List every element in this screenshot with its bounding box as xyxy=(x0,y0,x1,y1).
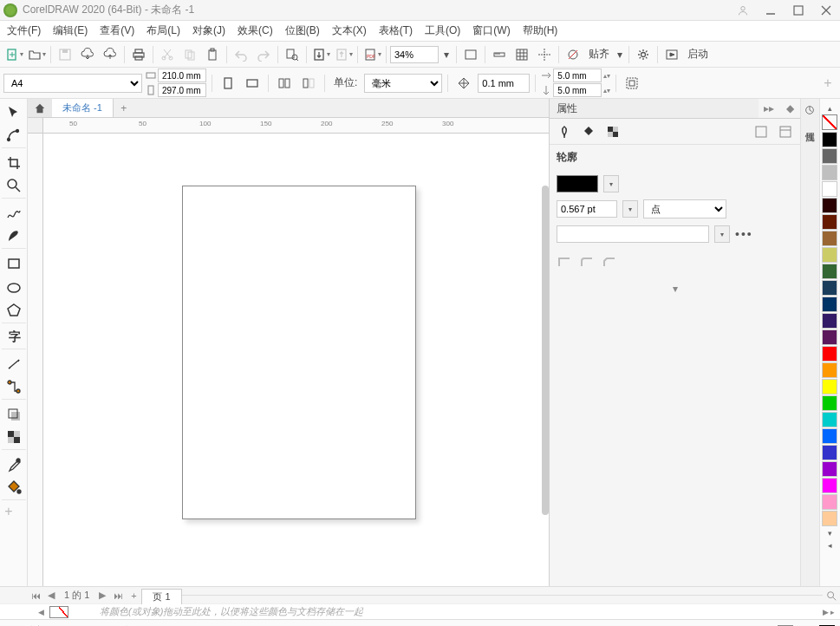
search-content-button[interactable] xyxy=(282,44,303,65)
vtab-icon[interactable] xyxy=(802,102,817,118)
menu-window[interactable]: 窗口(W) xyxy=(472,23,510,38)
home-tab[interactable] xyxy=(28,99,52,117)
save-button[interactable] xyxy=(55,44,75,65)
show-rulers-button[interactable] xyxy=(489,44,510,65)
paste-button[interactable] xyxy=(202,44,223,65)
import-button[interactable] xyxy=(310,44,331,65)
new-button[interactable] xyxy=(3,44,24,65)
palette-swatch[interactable] xyxy=(822,165,837,180)
menu-file[interactable]: 文件(F) xyxy=(7,23,41,38)
ruler-corner[interactable] xyxy=(28,118,43,134)
menu-tools[interactable]: 工具(O) xyxy=(425,23,460,38)
shape-tool[interactable] xyxy=(2,126,26,148)
palette-swatch[interactable] xyxy=(822,379,837,395)
menu-view[interactable]: 查看(V) xyxy=(100,23,134,38)
canvas[interactable] xyxy=(43,134,549,586)
all-pages-button[interactable] xyxy=(274,73,295,94)
palette-down[interactable]: ▾ xyxy=(828,529,832,538)
first-page-button[interactable]: ⏮ xyxy=(28,589,43,603)
doc-palette-flyout[interactable]: ▸ xyxy=(830,608,835,616)
palette-swatch[interactable] xyxy=(822,445,837,460)
palette-swatch[interactable] xyxy=(822,362,837,378)
round-corner-icon[interactable] xyxy=(579,253,595,269)
menu-layout[interactable]: 布局(L) xyxy=(147,23,180,38)
parallel-dimension-tool[interactable] xyxy=(2,353,26,375)
navigator-zoom-icon[interactable] xyxy=(823,590,840,602)
palette-swatch[interactable] xyxy=(822,395,837,411)
snap-dropdown[interactable]: ▾ xyxy=(615,44,625,65)
treat-as-filled-button[interactable] xyxy=(622,73,642,94)
prev-page-button[interactable]: ◀ xyxy=(43,589,59,603)
palette-swatch[interactable] xyxy=(822,346,837,362)
zoom-dropdown[interactable]: ▾ xyxy=(440,44,453,65)
document-tab[interactable]: 未命名 -1 xyxy=(52,99,114,117)
docker-collapse-icon[interactable]: ▸▸ xyxy=(759,102,779,114)
fullscreen-preview-button[interactable] xyxy=(460,44,481,65)
palette-swatch[interactable] xyxy=(822,231,837,246)
outline-style-select[interactable] xyxy=(557,225,709,243)
outline-width-input[interactable] xyxy=(557,200,617,218)
user-icon[interactable] xyxy=(733,3,753,18)
docker-view1-icon[interactable] xyxy=(752,122,771,141)
scrollbar-vertical[interactable] xyxy=(542,186,549,515)
vtab-properties[interactable]: 属性 xyxy=(802,121,817,128)
expand-section[interactable]: ▾ xyxy=(557,283,793,295)
palette-up[interactable]: ▴ xyxy=(828,104,832,113)
add-document-tab[interactable]: + xyxy=(114,99,134,117)
menu-text[interactable]: 文本(X) xyxy=(332,23,367,38)
palette-swatch[interactable] xyxy=(822,313,837,329)
page-height-input[interactable] xyxy=(158,83,206,97)
palette-swatch[interactable] xyxy=(822,494,837,510)
palette-swatch[interactable] xyxy=(822,478,837,493)
bevel-corner-icon[interactable] xyxy=(602,253,617,269)
launch-label[interactable]: 启动 xyxy=(684,47,712,62)
page-size-select[interactable]: A4 xyxy=(3,74,142,93)
palette-swatch[interactable] xyxy=(822,181,837,197)
snap-label[interactable]: 贴齐 xyxy=(585,47,613,62)
palette-swatch[interactable] xyxy=(822,132,837,147)
print-button[interactable] xyxy=(128,44,149,65)
outline-width-dropdown[interactable] xyxy=(622,200,638,218)
cloud-down-button[interactable] xyxy=(77,44,98,65)
transparency-tool[interactable] xyxy=(2,427,26,450)
palette-swatch[interactable] xyxy=(822,280,837,296)
last-page-button[interactable]: ⏭ xyxy=(110,589,126,603)
palette-swatch[interactable] xyxy=(822,198,837,213)
ruler-horizontal[interactable]: 50 50 100 150 200 250 300 xyxy=(43,118,549,134)
menu-edit[interactable]: 编辑(E) xyxy=(53,23,88,38)
crop-tool[interactable] xyxy=(2,152,26,174)
add-propbar-item[interactable]: + xyxy=(819,75,837,92)
doc-palette-next[interactable]: ▶ xyxy=(823,608,829,616)
palette-swatch[interactable] xyxy=(822,461,837,477)
cloud-up-button[interactable] xyxy=(100,44,120,65)
menu-bitmap[interactable]: 位图(B) xyxy=(285,23,320,38)
palette-swatch[interactable] xyxy=(822,329,837,345)
doc-palette-prev[interactable]: ◀ xyxy=(38,608,44,616)
dup-y-input[interactable] xyxy=(553,83,602,97)
menu-effect[interactable]: 效果(C) xyxy=(238,23,273,38)
outline-more-button[interactable]: ••• xyxy=(735,227,753,241)
palette-swatch[interactable] xyxy=(822,214,837,230)
close-button[interactable] xyxy=(816,3,837,18)
current-page-button[interactable] xyxy=(298,73,319,94)
outline-color-dropdown[interactable] xyxy=(603,175,619,192)
portrait-button[interactable] xyxy=(218,73,238,94)
palette-swatch[interactable] xyxy=(822,412,837,427)
drop-shadow-tool[interactable] xyxy=(2,403,26,426)
open-button[interactable] xyxy=(26,44,47,65)
no-color-swatch[interactable] xyxy=(822,114,837,130)
palette-swatch[interactable] xyxy=(822,428,837,444)
palette-swatch[interactable] xyxy=(822,247,837,263)
ruler-vertical[interactable] xyxy=(28,134,43,586)
outline-units-select[interactable]: 点 xyxy=(643,199,726,218)
outline-tab-icon[interactable] xyxy=(555,122,574,141)
ellipse-tool[interactable] xyxy=(2,277,26,299)
show-grid-button[interactable] xyxy=(511,44,532,65)
dup-x-input[interactable] xyxy=(553,68,602,82)
publish-pdf-button[interactable]: PDF xyxy=(361,44,382,65)
text-tool[interactable]: 字 xyxy=(2,327,26,349)
outline-color-swatch[interactable] xyxy=(557,175,598,192)
next-page-button[interactable]: ▶ xyxy=(94,589,110,603)
add-tool[interactable]: + xyxy=(0,503,17,520)
options-button[interactable] xyxy=(633,44,654,65)
